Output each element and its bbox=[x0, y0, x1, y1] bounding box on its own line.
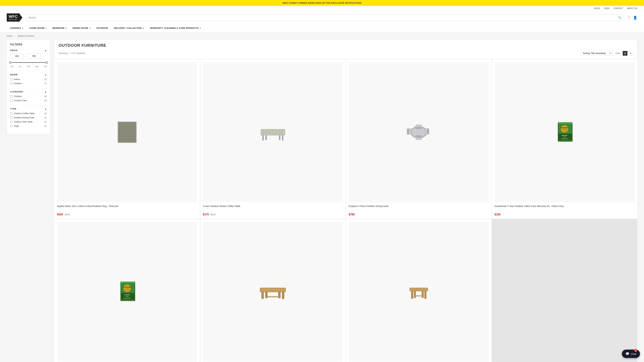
search-input[interactable] bbox=[26, 14, 616, 21]
faqs-link[interactable]: FAQS bbox=[604, 7, 610, 9]
product-card-7[interactable]: Leura Outdoor Timber Side Table $170 bbox=[346, 219, 492, 362]
nav-bedroom[interactable]: BEDROOM ▾ bbox=[50, 24, 70, 32]
svg-rect-23 bbox=[265, 135, 267, 140]
product-name-1: Bayliss Bistro 160 x 230cm Indoor/Outdoo… bbox=[57, 205, 197, 211]
product-card-3[interactable]: Graysen 5 Piece Outdoor Dining Suite $79… bbox=[346, 59, 492, 219]
product-card-5[interactable]: GUARDSMAN 5 YEAR OUTDOOR CARE COLLECTION… bbox=[54, 219, 200, 362]
product-sale-price-2: $170 bbox=[203, 213, 209, 216]
filter-checkbox-cat-outdoor[interactable] bbox=[10, 95, 12, 97]
filter-label-dining-suite[interactable]: Outdoor Dining Suite bbox=[14, 116, 34, 119]
filter-count-rugs: (1) bbox=[44, 125, 47, 127]
price-slider[interactable] bbox=[10, 61, 47, 64]
filter-category-arrow: ▲ bbox=[44, 91, 47, 93]
breadcrumb-home[interactable]: Home bbox=[7, 35, 12, 37]
filter-type: TYPE ▲ Outdoor Coffee Table (2) Outdoor … bbox=[10, 108, 47, 127]
svg-rect-71 bbox=[424, 291, 426, 299]
filter-label-outdoor[interactable]: Outdoor bbox=[14, 82, 22, 85]
filter-price-header[interactable]: PRICE ▲ bbox=[10, 49, 47, 52]
wishlist-icon[interactable]: ♡ bbox=[628, 15, 630, 19]
svg-text:CARE: CARE bbox=[563, 137, 566, 138]
chat-icon: 💬 bbox=[626, 352, 629, 356]
breadcrumb: Home › Outdoor Furniture bbox=[0, 32, 644, 39]
filter-label-side-table[interactable]: Outdoor Side Table bbox=[14, 120, 32, 123]
svg-rect-44 bbox=[558, 122, 572, 124]
filter-category-header[interactable]: CATEGORY ▲ bbox=[10, 90, 47, 93]
filter-checkbox-indoor[interactable] bbox=[10, 78, 12, 80]
controls-right: Sorting: Title ascending Sorting: Title … bbox=[581, 51, 633, 56]
filter-category-label: CATEGORY bbox=[10, 90, 24, 93]
filter-checkbox-side-table[interactable] bbox=[10, 121, 12, 123]
product-area-header: OUTDOOR FURNITURE Showing 1 - 7 of 7 pro… bbox=[54, 39, 637, 59]
account-icon[interactable]: 👤 bbox=[633, 15, 637, 19]
sidebar-filters: FILTERS PRICE ▲ - 150 311 473 bbox=[7, 39, 50, 134]
svg-text:OUTDOOR: OUTDOOR bbox=[562, 135, 567, 136]
logo[interactable]: WFC OUTLET bbox=[7, 13, 22, 22]
filter-type-header[interactable]: TYPE ▲ bbox=[10, 108, 47, 110]
main-content: FILTERS PRICE ▲ - 150 311 473 bbox=[0, 39, 644, 362]
top-banner: NEXT EVENT COMING SOON SIGN UP FOR EXCLU… bbox=[0, 0, 644, 6]
search-bar[interactable]: 🔍 bbox=[26, 14, 624, 21]
sorting-select[interactable]: Sorting: Title ascending Sorting: Title … bbox=[581, 51, 613, 56]
filter-count-outdoor: (7) bbox=[44, 82, 47, 85]
nav-delivery[interactable]: DELIVERY / COLLECTION ▾ bbox=[111, 24, 147, 32]
slider-thumb-right[interactable] bbox=[46, 61, 48, 64]
slider-label-0: 150 bbox=[10, 65, 13, 67]
product-image-6 bbox=[203, 222, 343, 362]
filter-label-indoor[interactable]: Indoor bbox=[14, 78, 20, 80]
blog-link[interactable]: BLOG bbox=[594, 7, 600, 9]
filter-type-arrow: ▲ bbox=[44, 108, 47, 110]
logo-outlet: OUTLET bbox=[9, 19, 18, 20]
filter-label-product-care[interactable]: Product Care bbox=[14, 99, 27, 102]
product-svg-guardsman2: GUARDSMAN 5 YEAR OUTDOOR CARE COLLECTION bbox=[114, 277, 140, 306]
nav-warranty[interactable]: WARRANTY, CLEANING & CARE PRODUCTS ▾ bbox=[147, 24, 204, 32]
filter-checkbox-rugs[interactable] bbox=[10, 125, 12, 127]
product-card-4[interactable]: GUARDSMAN 5 YEAR OUTDOOR CARE COLLECTION… bbox=[492, 59, 638, 219]
grid-view-button[interactable]: ⊞ bbox=[623, 51, 628, 56]
filter-count-product-care: (2) bbox=[44, 99, 47, 102]
search-icon: 🔍 bbox=[618, 16, 622, 19]
nav-outdoor[interactable]: OUTDOOR bbox=[94, 24, 111, 32]
logo-wfc: WFC bbox=[9, 15, 18, 18]
nav-living-room[interactable]: LIVING ROOM ▾ bbox=[26, 24, 50, 32]
product-svg-rug bbox=[116, 117, 139, 147]
filter-checkbox-dining-suite[interactable] bbox=[10, 116, 12, 119]
filter-label-coffee-table[interactable]: Outdoor Coffee Table bbox=[14, 112, 34, 115]
filter-count-side-table: (1) bbox=[44, 121, 47, 123]
filter-room-header[interactable]: ROOM ▲ bbox=[10, 73, 47, 76]
filter-checkbox-coffee-table[interactable] bbox=[10, 112, 12, 115]
svg-rect-70 bbox=[411, 291, 413, 299]
filters-title: FILTERS bbox=[10, 43, 47, 46]
nav-lounges[interactable]: LOUNGES ▾ bbox=[7, 24, 26, 32]
filter-label-cat-outdoor[interactable]: Outdoor bbox=[14, 95, 22, 97]
svg-rect-22 bbox=[282, 135, 284, 141]
product-svg-coffee-table bbox=[258, 120, 288, 145]
filter-checkbox-outdoor[interactable] bbox=[10, 82, 12, 85]
svg-rect-72 bbox=[414, 291, 416, 298]
filter-label-rugs[interactable]: Rugs bbox=[14, 125, 19, 127]
chat-widget[interactable]: 1 💬 Chat bbox=[622, 350, 640, 358]
product-controls: Showing 1 - 7 of 7 products Sorting: Tit… bbox=[58, 51, 633, 56]
svg-rect-74 bbox=[415, 296, 422, 297]
product-card-1[interactable]: Bayliss Bistro 160 x 230cm Indoor/Outdoo… bbox=[54, 59, 200, 219]
product-grid: Bayliss Bistro 160 x 230cm Indoor/Outdoo… bbox=[54, 59, 637, 362]
about-us-link[interactable]: ABOUT US bbox=[627, 7, 637, 9]
contact-link[interactable]: CONTACT bbox=[614, 7, 623, 9]
filter-price-arrow: ▲ bbox=[44, 49, 47, 52]
search-button[interactable]: 🔍 bbox=[616, 14, 624, 21]
price-max-input[interactable] bbox=[27, 54, 40, 58]
svg-rect-1 bbox=[118, 122, 136, 142]
price-inputs: - bbox=[10, 54, 47, 58]
product-card-2[interactable]: Crown Outdoor Wicker Coffee Table $170 $… bbox=[200, 59, 346, 219]
view-label: View bbox=[615, 52, 620, 54]
list-view-button[interactable]: ≡ bbox=[628, 51, 633, 56]
slider-thumb-left[interactable] bbox=[9, 61, 12, 64]
nav-dining-room[interactable]: DINING ROOM ▾ bbox=[70, 24, 94, 32]
filter-category: CATEGORY ▲ Outdoor (4) Product Care (2) bbox=[10, 90, 47, 102]
filter-checkbox-product-care[interactable] bbox=[10, 99, 12, 102]
filter-item-rugs: Rugs (1) bbox=[10, 125, 47, 127]
price-min-input[interactable] bbox=[10, 54, 24, 58]
product-card-6[interactable]: Leura Outdoor Timber Coffee Table $311 bbox=[200, 219, 346, 362]
filter-room-label: ROOM bbox=[10, 73, 18, 76]
breadcrumb-current: Outdoor Furniture bbox=[18, 35, 35, 37]
svg-text:OUTDOOR: OUTDOOR bbox=[124, 295, 130, 296]
